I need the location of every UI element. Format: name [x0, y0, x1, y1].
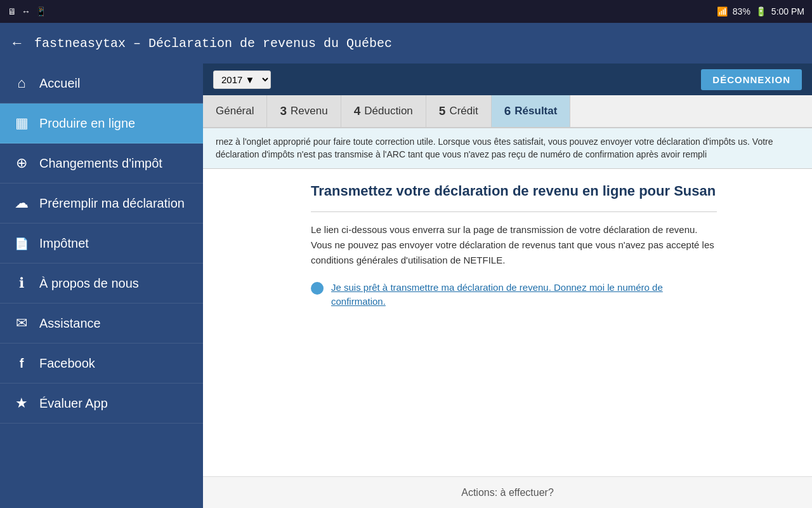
sidebar-label-accueil: Accueil: [39, 76, 80, 91]
mail-icon: [13, 315, 30, 331]
sidebar-label-produire: Produire en ligne: [39, 116, 135, 131]
sidebar-item-accueil[interactable]: Accueil: [0, 64, 203, 104]
star-icon: [13, 395, 30, 411]
year-select[interactable]: 2017 ▼ 2016 2015: [213, 70, 271, 89]
header-title: fastneasytax – Déclaration de revenus du…: [34, 36, 392, 51]
sidebar-label-evaluer: Évaluer App: [39, 396, 108, 411]
sidebar-label-facebook: Facebook: [39, 356, 95, 371]
sidebar-item-preremplir[interactable]: Préremplir ma déclaration: [0, 184, 203, 224]
logout-button[interactable]: DÉCONNEXION: [701, 69, 802, 90]
content-body: rnez à l'onglet approprié pour faire tou…: [203, 128, 812, 476]
back-button[interactable]: ←: [10, 35, 24, 51]
header: ← fastneasytax – Déclaration de revenus …: [0, 23, 812, 64]
sidebar-item-evaluer[interactable]: Évaluer App: [0, 384, 203, 424]
link-item: Je suis prêt à transmettre ma déclaratio…: [311, 281, 717, 309]
sidebar-item-facebook[interactable]: Facebook: [0, 344, 203, 384]
tab-resultat[interactable]: 6 Résultat: [492, 95, 571, 127]
section-body-text: Le lien ci-dessous vous enverra sur la p…: [311, 222, 717, 268]
battery-icon: 🔋: [756, 6, 766, 17]
status-bar: 🖥 ↔ 📱 📶 83% 🔋 5:00 PM: [0, 0, 812, 23]
tab-credit-num: 5: [439, 104, 446, 118]
link-bullet: [311, 282, 324, 295]
tab-revenu[interactable]: 3 Revenu: [267, 95, 341, 127]
sidebar-label-changements: Changements d'impôt: [39, 156, 162, 171]
tab-deduction-label: Déduction: [364, 105, 413, 117]
sidebar-item-apropos[interactable]: À propos de nous: [0, 264, 203, 304]
tab-resultat-label: Résultat: [514, 105, 557, 117]
tab-deduction[interactable]: 4 Déduction: [341, 95, 426, 127]
battery-label: 83%: [733, 6, 750, 17]
tab-resultat-num: 6: [504, 104, 511, 118]
time-label: 5:00 PM: [771, 6, 804, 17]
sidebar-item-produire[interactable]: Produire en ligne: [0, 104, 203, 144]
status-left: 🖥 ↔ 📱: [8, 6, 46, 17]
doc-icon: [13, 235, 30, 251]
content-area: 2017 ▼ 2016 2015 DÉCONNEXION Général 3 R…: [203, 64, 812, 508]
info-icon: [13, 275, 30, 291]
wifi-icon: 📶: [717, 6, 728, 17]
plus-circle-icon: [13, 155, 30, 171]
status-right: 📶 83% 🔋 5:00 PM: [717, 6, 804, 17]
section-divider: [311, 211, 717, 212]
info-text-bar: rnez à l'onglet approprié pour faire tou…: [203, 128, 812, 169]
media-icon: ↔: [22, 6, 30, 17]
sidebar-item-assistance[interactable]: Assistance: [0, 304, 203, 344]
sidebar-label-impotnet: Impôtnet: [39, 236, 89, 251]
cloud-icon: [13, 195, 30, 211]
transmission-link[interactable]: Je suis prêt à transmettre ma déclaratio…: [331, 281, 717, 309]
home-icon: [13, 75, 30, 91]
sidebar-item-changements[interactable]: Changements d'impôt: [0, 144, 203, 184]
tab-revenu-num: 3: [280, 104, 287, 118]
info-text-content: rnez à l'onglet approprié pour faire tou…: [216, 137, 773, 159]
tab-credit-label: Crédit: [449, 105, 478, 117]
bottom-bar: Actions: à effectuer?: [203, 476, 812, 508]
tab-deduction-num: 4: [354, 104, 361, 118]
mobile-icon: 📱: [36, 6, 46, 17]
facebook-icon: [13, 355, 30, 371]
main-layout: Accueil Produire en ligne Changements d'…: [0, 64, 812, 508]
screen-icon: 🖥: [8, 6, 16, 17]
sidebar-label-apropos: À propos de nous: [39, 276, 139, 291]
content-topbar: 2017 ▼ 2016 2015 DÉCONNEXION: [203, 64, 812, 95]
tabs-bar: Général 3 Revenu 4 Déduction 5 Crédit 6 …: [203, 95, 812, 128]
tab-credit[interactable]: 5 Crédit: [426, 95, 492, 127]
tab-revenu-label: Revenu: [291, 105, 328, 117]
main-content: Transmettez votre déclaration de revenu …: [292, 169, 736, 322]
sidebar-item-impotnet[interactable]: Impôtnet: [0, 224, 203, 264]
bottom-text: Actions: à effectuer?: [461, 487, 554, 498]
section-title: Transmettez votre déclaration de revenu …: [311, 182, 717, 201]
sidebar-label-assistance: Assistance: [39, 316, 101, 331]
sidebar-label-preremplir: Préremplir ma déclaration: [39, 196, 185, 211]
grid-icon: [13, 115, 30, 131]
sidebar: Accueil Produire en ligne Changements d'…: [0, 64, 203, 508]
tab-general-label: Général: [216, 105, 254, 117]
tab-general[interactable]: Général: [203, 95, 267, 127]
